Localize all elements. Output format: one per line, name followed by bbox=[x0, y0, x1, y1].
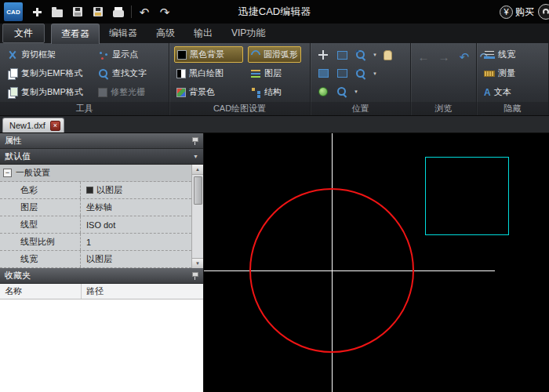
property-grid-scrollbar[interactable]: ▲ ▼ bbox=[191, 165, 203, 268]
black-background-icon bbox=[177, 50, 187, 60]
bw-drawing-button[interactable]: 黑白绘图 bbox=[174, 65, 243, 82]
property-row-linetype: 线型 ISO dot bbox=[0, 216, 191, 234]
redo-icon: ↷ bbox=[160, 6, 170, 18]
document-tab[interactable]: New1.dxf × bbox=[2, 118, 64, 132]
undo-button[interactable]: ↶ bbox=[135, 3, 154, 20]
view-3d-button[interactable] bbox=[315, 84, 331, 100]
property-value[interactable]: 坐标轴 bbox=[81, 199, 191, 216]
ribbon-tab-bar: 文件 查看器 编辑器 高级 输出 VIP功能 bbox=[0, 24, 549, 43]
zoom-extents-button[interactable] bbox=[315, 66, 331, 82]
background-color-button[interactable]: 背景色 bbox=[174, 84, 243, 100]
linetype-value-text: ISO dot bbox=[86, 220, 115, 230]
close-tab-icon[interactable]: × bbox=[50, 121, 60, 131]
forward-arrow-icon: → bbox=[438, 51, 450, 63]
zoom-in-dropdown-icon[interactable]: ▼ bbox=[373, 53, 377, 57]
property-value[interactable]: 以图层 bbox=[81, 251, 191, 267]
tab-output[interactable]: 输出 bbox=[184, 24, 222, 43]
print-button[interactable] bbox=[109, 3, 128, 20]
drawing-canvas[interactable] bbox=[204, 133, 549, 392]
zoom-out-dropdown-icon[interactable]: ▼ bbox=[373, 71, 377, 76]
line-width-button[interactable]: 线宽 bbox=[482, 46, 518, 63]
property-value[interactable]: 1 bbox=[81, 234, 191, 250]
zoom-all-button[interactable] bbox=[334, 84, 350, 100]
black-background-label: 黑色背景 bbox=[190, 49, 224, 60]
cut-frame-button[interactable]: 剪切框架 bbox=[5, 46, 91, 63]
property-row-layer: 图层 坐标轴 bbox=[0, 199, 191, 216]
pan-button[interactable] bbox=[315, 47, 331, 63]
text-button[interactable]: A 文本 bbox=[482, 84, 518, 100]
measure-button[interactable]: 测量 bbox=[482, 65, 518, 82]
zoom-in-button[interactable]: + bbox=[353, 47, 369, 63]
property-name: 色彩 bbox=[0, 182, 81, 198]
tab-vip[interactable]: VIP功能 bbox=[222, 24, 274, 43]
color-swatch bbox=[86, 187, 93, 194]
minus-sign: − bbox=[355, 67, 359, 74]
open-file-button[interactable] bbox=[48, 3, 67, 20]
zoom-extents-icon bbox=[318, 69, 329, 78]
scroll-up-icon[interactable]: ▲ bbox=[192, 165, 203, 175]
redo-button[interactable]: ↷ bbox=[155, 3, 174, 20]
copy-bmp-button[interactable]: 复制为BMP格式 bbox=[5, 84, 91, 100]
zoom-all-dropdown-icon[interactable]: ▼ bbox=[354, 89, 358, 94]
scissors-icon bbox=[7, 49, 18, 60]
layers-button[interactable]: 图层 bbox=[248, 65, 301, 82]
show-points-button[interactable]: 显示点 bbox=[96, 46, 149, 63]
points-icon bbox=[98, 49, 109, 60]
zoom-selected-button[interactable] bbox=[334, 66, 350, 82]
background-color-label: 背景色 bbox=[189, 86, 215, 98]
find-text-button[interactable]: 查找文字 bbox=[96, 65, 149, 82]
copy-emf-button[interactable]: 复制为EMF格式 bbox=[5, 65, 91, 82]
save-as-icon bbox=[93, 7, 103, 16]
measure-label: 测量 bbox=[498, 67, 515, 79]
undo-icon: ↶ bbox=[140, 6, 150, 18]
group-label-position: 位置 bbox=[311, 102, 410, 115]
structure-button[interactable]: 结构 bbox=[248, 84, 301, 100]
smooth-arc-button[interactable]: 圆滑弧形 bbox=[248, 46, 301, 63]
preset-dropdown[interactable]: 默认值 ▼ bbox=[0, 149, 203, 165]
lineweight-value-text: 以图层 bbox=[86, 253, 112, 265]
pin-icon[interactable] bbox=[191, 271, 198, 280]
favorites-name-column[interactable]: 名称 bbox=[0, 284, 82, 299]
favorites-list-area[interactable] bbox=[0, 299, 203, 392]
hand-pan-button[interactable] bbox=[380, 47, 396, 63]
collapse-icon[interactable]: − bbox=[3, 169, 12, 177]
layers-icon bbox=[250, 68, 261, 79]
save-as-button[interactable] bbox=[89, 3, 107, 20]
tab-advanced[interactable]: 高级 bbox=[147, 24, 184, 43]
pin-icon[interactable] bbox=[191, 136, 198, 145]
file-menu-button[interactable]: 文件 bbox=[2, 24, 45, 43]
zoom-window-button[interactable] bbox=[334, 47, 350, 63]
hand-icon bbox=[384, 50, 392, 60]
document-tab-label: New1.dxf bbox=[9, 121, 45, 130]
favorites-path-column[interactable]: 路径 bbox=[82, 284, 104, 299]
ribbon: 剪切框架 复制为EMF格式 复制为BMP格式 显示点 bbox=[0, 43, 549, 116]
document-tab-bar: New1.dxf × bbox=[0, 116, 549, 133]
scrollbar-thumb[interactable] bbox=[194, 176, 202, 205]
black-white-icon bbox=[176, 69, 186, 78]
cyan-rectangle-entity[interactable] bbox=[425, 157, 509, 235]
black-background-button[interactable]: 黑色背景 bbox=[174, 46, 243, 63]
view-undo-button[interactable]: ↶ bbox=[456, 49, 472, 64]
new-file-icon bbox=[32, 7, 42, 17]
pan-icon bbox=[318, 49, 329, 60]
scroll-down-icon[interactable]: ▼ bbox=[192, 258, 203, 268]
structure-icon bbox=[250, 87, 261, 98]
zoom-out-button[interactable]: − bbox=[353, 66, 369, 82]
red-circle-entity[interactable] bbox=[249, 188, 414, 353]
chevron-down-icon: ▼ bbox=[193, 154, 198, 159]
group-label-hide: 隐藏 bbox=[477, 102, 548, 115]
zoom-window-icon bbox=[337, 51, 347, 60]
buy-button[interactable]: ¥ 购买 bbox=[500, 5, 534, 19]
support-icon[interactable] bbox=[538, 4, 549, 20]
layer-value-text: 坐标轴 bbox=[86, 201, 112, 213]
property-value[interactable]: ISO dot bbox=[81, 216, 191, 233]
tab-editor[interactable]: 编辑器 bbox=[100, 24, 147, 43]
property-value[interactable]: 以图层 bbox=[81, 182, 191, 198]
save-button[interactable] bbox=[68, 3, 87, 20]
app-logo[interactable]: CAD bbox=[4, 2, 23, 21]
new-file-button[interactable] bbox=[27, 3, 46, 20]
tab-viewer[interactable]: 查看器 bbox=[51, 24, 100, 44]
plus-sign: + bbox=[355, 48, 359, 55]
find-text-label: 查找文字 bbox=[112, 67, 147, 79]
property-group-label: 一般设置 bbox=[16, 167, 50, 179]
